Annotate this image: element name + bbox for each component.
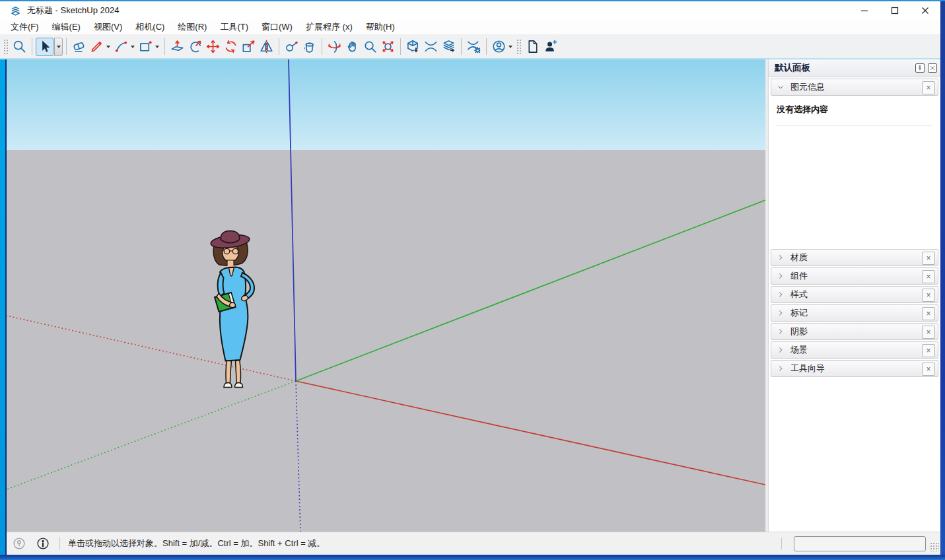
menu-edit[interactable]: 编辑(E) [46,20,87,34]
toolbar-separator [400,38,401,55]
rotate-tool-button[interactable] [222,38,240,56]
section-styles[interactable]: 样式 × [771,286,938,303]
scale-figure[interactable] [198,227,271,392]
orbit-tool-button[interactable] [326,38,343,56]
menu-view[interactable]: 视图(V) [87,20,129,34]
pan-tool-button[interactable] [343,38,361,56]
maximize-button[interactable] [880,1,910,20]
menu-extensions[interactable]: 扩展程序 (x) [299,20,359,34]
push-pull-tool-button[interactable] [168,38,186,56]
add-person-tool-button[interactable] [542,38,559,56]
section-tags[interactable]: 标记 × [771,304,938,322]
extension-manager-icon [466,39,481,54]
chevron-right-icon [776,308,785,318]
extension-warehouse-tool-button[interactable] [422,38,440,56]
new-file-icon [525,39,540,54]
section-scenes[interactable]: 场景 × [771,341,938,359]
menu-file[interactable]: 文件(F) [4,20,46,34]
section-entity-info[interactable]: 图元信息 × [771,79,938,96]
paint-bucket-tool-button[interactable] [300,38,318,56]
rotate-icon [223,39,238,54]
new-file-tool-button[interactable] [524,38,542,56]
resize-grip[interactable] [930,542,939,551]
move-tool-button[interactable] [204,38,222,56]
close-icon [929,65,936,71]
section-close-button[interactable]: × [922,289,935,302]
scale-tool-button[interactable] [240,38,258,56]
line-tool-button[interactable] [88,38,106,56]
statusbar: 单击或拖动以选择对象。Shift = 加/减。Ctrl = 加。Shift + … [0,532,940,555]
section-label: 图元信息 [790,81,825,93]
section-close-button[interactable]: × [922,363,935,376]
section-close-button[interactable]: × [922,81,935,94]
select-icon [37,39,52,54]
drawing-viewport[interactable] [7,59,765,532]
extension-manager-tool-button[interactable] [465,38,483,56]
section-close-button[interactable]: × [922,344,935,357]
chevron-right-icon [776,290,785,299]
divider [781,538,782,549]
rectangle-icon [138,39,153,54]
section-close-button[interactable]: × [922,270,935,283]
section-close-button[interactable]: × [922,326,935,339]
section-shadows[interactable]: 阴影 × [771,323,938,340]
tray-titlebar: 默认面板 [769,59,940,77]
chevron-right-icon [776,345,785,355]
rectangle-dropdown[interactable] [155,46,159,48]
menu-help[interactable]: 帮助(H) [359,20,402,34]
minimize-button[interactable] [849,1,880,20]
menu-camera[interactable]: 相机(C) [129,20,171,34]
move-icon [205,39,221,54]
zoom-extents-tool-button[interactable] [379,38,397,56]
account-dropdown[interactable] [508,46,512,48]
section-label: 阴影 [790,326,808,337]
follow-me-icon [188,39,203,54]
scale-icon [241,39,256,54]
toolbar-separator [279,38,279,55]
select-tool-button[interactable] [36,38,53,56]
entity-info-message: 没有选择内容 [777,104,932,116]
section-instructor[interactable]: 工具向导 × [771,360,938,377]
section-close-button[interactable]: × [922,307,935,320]
follow-me-tool-button[interactable] [186,38,204,56]
pin-icon [917,65,923,71]
orbit-icon [327,39,342,54]
rectangle-tool-button[interactable] [137,38,155,56]
status-hint: 单击或拖动以选择对象。Shift = 加/减。Ctrl = 加。Shift + … [68,538,325,549]
tape-measure-tool-button[interactable] [283,38,300,56]
entity-info-content: 没有选择内容 [769,96,940,248]
drawing-axes[interactable] [7,59,765,532]
titlebar: 无标题 - SketchUp 2024 [0,1,940,20]
select-dropdown[interactable] [54,38,63,56]
arc-dropdown[interactable] [131,46,135,48]
account-tool-button[interactable] [490,38,508,56]
arc-tool-button[interactable] [112,38,130,56]
window-top-edge [0,0,945,1]
chevron-right-icon [776,271,785,281]
toolbar-grip[interactable] [3,39,9,55]
claim-credit-icon[interactable] [36,536,50,551]
section-materials[interactable]: 材质 × [771,249,938,266]
line-dropdown[interactable] [106,46,110,48]
eraser-tool-button[interactable] [70,38,88,56]
menu-tools[interactable]: 工具(T) [213,20,255,34]
section-close-button[interactable]: × [922,252,935,265]
3d-warehouse-tool-button[interactable] [404,38,422,56]
3d-warehouse-icon [405,39,421,54]
section-components[interactable]: 组件 × [771,267,938,285]
menu-draw[interactable]: 绘图(R) [171,20,213,34]
tray-close-button[interactable] [928,63,937,73]
geolocation-icon[interactable] [12,536,26,551]
sketchup-window: 无标题 - SketchUp 2024 文件(F)编辑(E)视图(V)相机(C)… [0,0,945,560]
tray-pin-button[interactable] [915,63,925,73]
push-pull-icon [170,39,185,54]
flip-tool-button[interactable] [258,38,275,56]
zoom-tool-button[interactable] [361,38,379,56]
measurement-input[interactable] [794,536,926,551]
toolbar-grip[interactable] [516,39,522,55]
toolbar-separator [486,38,487,55]
menu-window[interactable]: 窗口(W) [255,20,299,34]
share-model-tool-button[interactable] [440,38,458,56]
close-button[interactable] [910,1,940,20]
search-tool-button[interactable] [11,38,28,56]
